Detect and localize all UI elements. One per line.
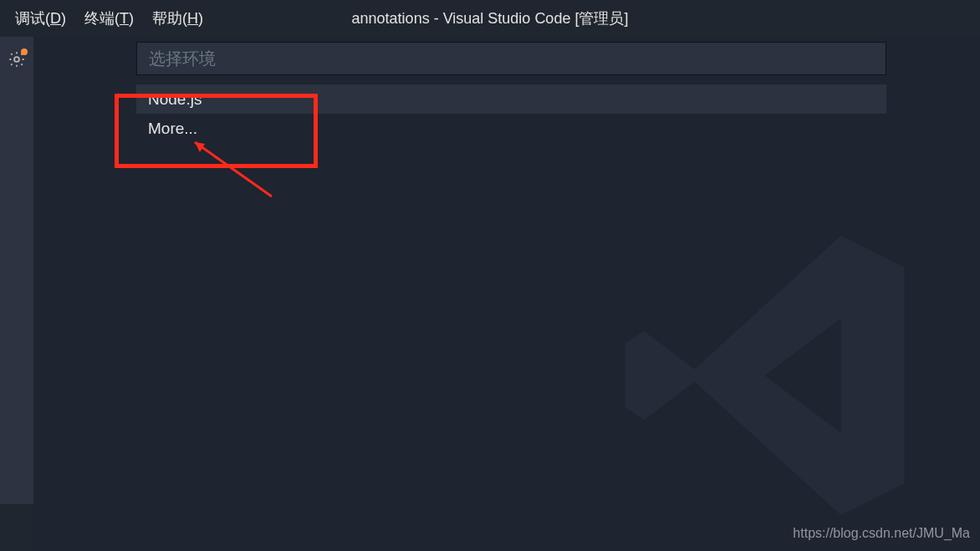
environment-picker-list: Node.js More...	[136, 84, 886, 143]
svg-point-0	[14, 57, 19, 62]
quick-picker: Node.js More...	[136, 42, 886, 143]
picker-option-more[interactable]: More...	[136, 114, 886, 143]
menu-debug[interactable]: 调试(D)	[15, 8, 66, 28]
activity-bar	[0, 37, 33, 504]
menu-terminal[interactable]: 终端(T)	[84, 8, 134, 28]
update-badge-icon	[21, 48, 28, 55]
settings-gear-icon[interactable]	[8, 50, 26, 69]
picker-option-nodejs[interactable]: Node.js	[136, 84, 886, 114]
source-watermark: https://blog.csdn.net/JMU_Ma	[793, 526, 970, 541]
environment-picker-input[interactable]	[136, 42, 886, 75]
vscode-watermark-icon	[612, 217, 930, 534]
menu-bar: 调试(D) 终端(T) 帮助(H) annotations - Visual S…	[0, 0, 980, 37]
menu-help[interactable]: 帮助(H)	[152, 8, 203, 28]
